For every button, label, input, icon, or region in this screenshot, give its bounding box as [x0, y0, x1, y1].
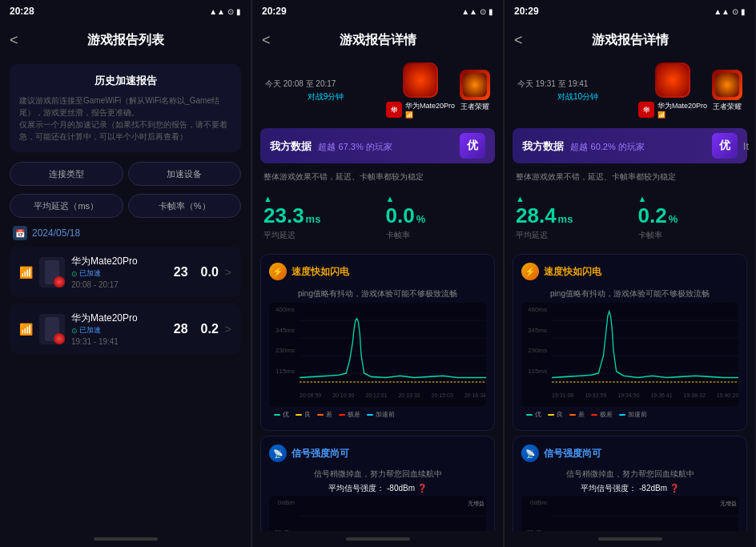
record-tag-2: ⊙ 已加速: [71, 325, 167, 336]
you-badge-1: 优: [460, 133, 485, 159]
wifi-icon-record2: 📶: [19, 323, 33, 336]
signal-chart-2: 0dBm -30dBm -60dBm 无增益 1域域 2增域外: [521, 496, 738, 531]
panel1-title: 游戏报告列表: [87, 32, 164, 49]
panel1-content: 历史加速报告 建议游戏前连接至GameWiFi（解从WiFi名称以_Game结尾…: [0, 58, 251, 531]
status-icons-3: ▲▲ ⊙ ▮: [714, 7, 746, 16]
status-bar-1: 20:28 ▲▲ ⊙ ▮: [0, 0, 251, 22]
speed-card-header-2: ⚡ 速度快如闪电: [521, 263, 738, 280]
chart-y-labels-1: 400ms 345ms 230ms 115ms: [269, 303, 300, 391]
wifi-icon-3: ⊙: [732, 7, 738, 16]
record-device-1: 华为Mate20Pro: [71, 255, 167, 268]
record-tag-1: ⊙ 已加速: [71, 268, 167, 279]
metrics-row-1: ▲ 23.3 ms 平均延迟 ▲ 0.0 % 卡帧率: [252, 186, 503, 249]
back-button-3[interactable]: <: [514, 32, 523, 49]
legend-before-boost-1: 加速前: [367, 410, 395, 419]
bottom-bar-2: [252, 531, 503, 547]
chart-main-1: [300, 303, 486, 391]
speed-card-1: ⚡ 速度快如闪电 ping值略有抖动，游戏体验可能不够极致流畅 400ms 34…: [260, 254, 495, 431]
session-time-1: 今天 20:08 至 20:17: [265, 78, 386, 90]
bottom-bar-1: [0, 531, 251, 547]
record-stats-2: 28 0.2: [174, 322, 219, 336]
wifi-indicator-2: 📶: [657, 111, 707, 119]
lightning-badge-1: ⚡: [269, 263, 287, 280]
status-icons-1: ▲▲ ⊙ ▮: [209, 7, 241, 16]
time-2: 20:29: [262, 6, 287, 17]
signal-card-1: 📡 信号强度尚可 信号稍微掉血，努力帮您回血续航中 平均信号强度： -80dBm…: [260, 436, 495, 531]
session-info-2: 今天 19:31 至 19:41 对战10分钟: [517, 78, 638, 103]
my-data-label-1: 我方数据: [270, 140, 312, 152]
filter-device[interactable]: 加速设备: [128, 162, 242, 186]
effect-note-2: 整体游戏效果不错，延迟、卡帧率都较为稳定: [505, 168, 755, 186]
home-indicator-2: [346, 537, 410, 541]
my-data-exceed-2: 超越 60.2% 的玩家: [570, 142, 644, 151]
speed-title-2: 速度快如闪电: [544, 265, 601, 279]
panel3-title: 游戏报告详情: [592, 32, 669, 49]
panel2-title: 游戏报告详情: [340, 32, 416, 49]
no-boost-label-2: 无增益: [720, 500, 737, 508]
panel-detail-2: 20:29 ▲▲ ⊙ ▮ < 游戏报告详情 今天 19:31 至 19:41 对…: [505, 0, 756, 547]
history-desc: 建议游戏前连接至GameWiFi（解从WiFi名称以_Game结尾），游戏更丝滑…: [19, 95, 231, 143]
speed-chart-2: 460ms 345ms 230ms 115ms: [521, 303, 738, 407]
game-name-1: 王者荣耀: [460, 102, 489, 112]
filter-frame[interactable]: 卡帧率（%）: [128, 194, 242, 218]
wifi-icon-2: ⊙: [480, 7, 486, 16]
speed-svg-2: [552, 303, 738, 391]
battery-icon-1: ▮: [236, 7, 241, 16]
signal-icon-2: ▲▲: [461, 7, 477, 16]
back-button-2[interactable]: <: [262, 32, 271, 49]
signal-avg-1: 平均信号强度： -80dBm ❓: [269, 481, 486, 496]
filter-delay[interactable]: 平均延迟（ms）: [10, 194, 123, 218]
session-game-icon-2: [655, 62, 690, 98]
it-label: It: [743, 140, 749, 152]
speed-svg-1: [300, 303, 486, 391]
session-duration-2: 对战10分钟: [517, 91, 638, 103]
signal-avg-2: 平均信号强度： -82dBm ❓: [521, 481, 738, 496]
signal-title-1: 信号强度尚可: [292, 447, 349, 461]
legend-bad-1: 极差: [339, 410, 360, 419]
legend-excellent-1: 优: [274, 410, 289, 419]
device-img-2: [39, 314, 65, 344]
time-3: 20:29: [514, 6, 539, 17]
date-label: 2024/05/18: [32, 227, 80, 239]
speed-card-header-1: ⚡ 速度快如闪电: [269, 263, 486, 280]
speed-chart-1: 400ms 345ms 230ms 115ms: [269, 303, 486, 407]
record-time-2: 19:31 - 19:41: [71, 337, 167, 346]
home-indicator-1: [94, 537, 158, 541]
metric-delay-2: ▲ 28.4 ms 平均延迟: [516, 194, 622, 241]
signal-svg-2: [552, 496, 738, 531]
signal-badge-1: 📡: [269, 444, 287, 462]
signal-title-2: 信号强度尚可: [544, 447, 601, 461]
wifi-icon-record1: 📶: [19, 266, 33, 279]
filter-connection[interactable]: 连接类型: [10, 162, 123, 186]
huawei-icon-2: 华: [638, 102, 654, 118]
session-time-2: 今天 19:31 至 19:41: [517, 78, 638, 90]
back-button-1[interactable]: <: [10, 32, 18, 49]
signal-note-1: 信号稍微掉血，努力帮您回血续航中: [269, 467, 486, 481]
lightning-badge-2: ⚡: [521, 263, 539, 280]
signal-icon-3: ▲▲: [714, 7, 730, 16]
metric-frame-2: ▲ 0.2 % 卡帧率: [638, 194, 745, 241]
stat-delay-1: 23: [174, 265, 188, 280]
wifi-icon-1: ⊙: [227, 7, 234, 16]
record-time-1: 20:08 - 20:17: [71, 280, 167, 289]
speed-title-1: 速度快如闪电: [292, 265, 349, 279]
date-row: 📅 2024/05/18: [10, 226, 241, 240]
panel-list: 20:28 ▲▲ ⊙ ▮ < 游戏报告列表 历史加速报告 建议游戏前连接至Gam…: [0, 0, 251, 547]
speed-card-2: ⚡ 速度快如闪电 ping值略有抖动，游戏体验可能不够极致流畅 460ms 34…: [513, 254, 747, 431]
session-duration-1: 对战9分钟: [265, 91, 386, 103]
status-bar-2: 20:29 ▲▲ ⊙ ▮: [252, 0, 503, 22]
history-section: 历史加速报告 建议游戏前连接至GameWiFi（解从WiFi名称以_Game结尾…: [10, 64, 241, 152]
legend-poor-1: 差: [317, 410, 332, 419]
calendar-icon: 📅: [13, 226, 27, 240]
metric-frame-1: ▲ 0.0 % 卡帧率: [386, 194, 493, 241]
record-1[interactable]: 📶 华为Mate20Pro ⊙ 已加速 20:08 - 20:17 23: [10, 247, 241, 297]
signal-svg-1: [300, 496, 486, 531]
panel3-header: < 游戏报告详情: [505, 22, 755, 58]
chevron-icon-2: >: [225, 323, 231, 336]
my-data-banner-1: 我方数据 超越 67.3% 的玩家 优: [260, 128, 495, 163]
legend-good-1: 良: [296, 410, 311, 419]
session-header-2: 今天 19:31 至 19:41 对战10分钟 华 华为Mate20Pro 📶: [505, 58, 755, 123]
my-data-exceed-1: 超越 67.3% 的玩家: [318, 142, 392, 151]
my-data-label-2: 我方数据: [522, 140, 564, 152]
record-2[interactable]: 📶 华为Mate20Pro ⊙ 已加速 19:31 - 19:41 28: [10, 304, 241, 354]
